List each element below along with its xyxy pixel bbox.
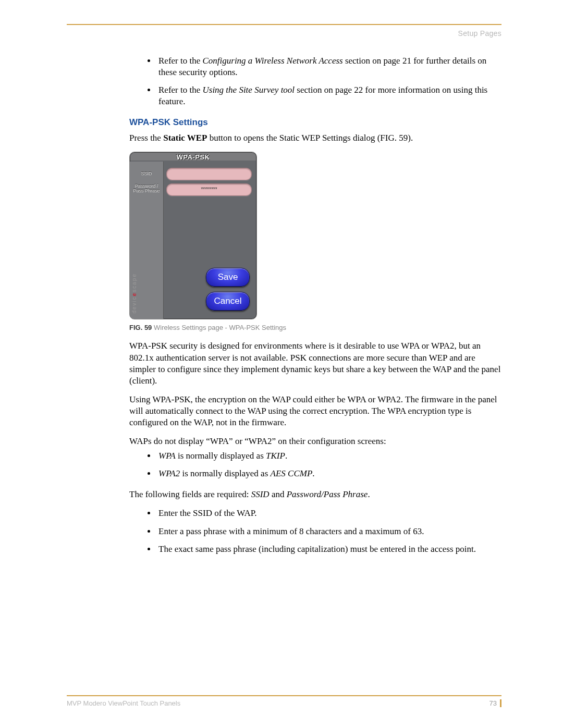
dialog-sidebar: SSID Password / Pass Phrase devicescape (130, 162, 164, 319)
figure-caption: FIG. 59 Wireless Settings page - WPA-PSK… (129, 324, 501, 332)
bold-text: Static WEP (163, 133, 207, 143)
list-item: WPA2 is normally displayed as AES CCMP. (156, 468, 501, 479)
text: . (285, 451, 287, 461)
em: WPA2 (158, 468, 180, 478)
em: AES CCMP (271, 468, 313, 478)
text: is normally displayed as (180, 468, 270, 478)
text: The following fields are required: (129, 489, 251, 499)
password-label: Password / Pass Phrase (130, 184, 163, 193)
reference-title: Configuring a Wireless Network Access (203, 56, 343, 66)
devicescape-brand: devicescape (131, 273, 138, 314)
text: . (368, 489, 370, 499)
cancel-button[interactable]: Cancel (206, 292, 250, 311)
text: Refer to the (158, 56, 203, 66)
brand-part: scap (131, 277, 137, 292)
footer-title: MVP Modero ViewPoint Touch Panels (67, 699, 180, 707)
page-number: 73 (489, 699, 501, 707)
ssid-label: SSID (130, 171, 163, 177)
page-footer: MVP Modero ViewPoint Touch Panels 73 (67, 695, 501, 707)
dialog-title: WPA-PSK (130, 152, 256, 162)
section-opener: Press the Static WEP button to opens the… (129, 132, 501, 144)
brand-part: devic (131, 296, 137, 313)
intro-bullet: Refer to the Configuring a Wireless Netw… (156, 55, 501, 78)
body-paragraph: Using WPA-PSK, the encryption on the WAP… (129, 394, 501, 428)
save-button[interactable]: Save (206, 268, 250, 287)
list-item: The exact same pass phrase (including ca… (156, 544, 501, 555)
em: SSID (251, 489, 270, 499)
text: . (312, 468, 314, 478)
list-item: Enter the SSID of the WAP. (156, 508, 501, 519)
text: is normally displayed as (176, 451, 266, 461)
list-item: Enter a pass phrase with a minimum of 8 … (156, 526, 501, 537)
reference-title: Using the Site Survey tool (203, 85, 295, 95)
em: WPA (158, 451, 176, 461)
text: Refer to the (158, 85, 203, 95)
wpa-psk-dialog-figure: WPA-PSK SSID Password / Pass Phrase devi… (129, 152, 257, 319)
list-item: WPA is normally displayed as TKIP. (156, 450, 501, 462)
header-section-label: Setup Pages (67, 29, 501, 38)
brand-part: e (131, 273, 137, 277)
required-steps-list: Enter the SSID of the WAP. Enter a pass … (129, 508, 501, 554)
text: and (270, 489, 287, 499)
intro-bullet: Refer to the Using the Site Survey tool … (156, 84, 501, 107)
body-paragraph: WPA-PSK security is designed for environ… (129, 340, 501, 386)
required-fields-paragraph: The following fields are required: SSID … (129, 489, 501, 500)
section-heading-wpa-psk: WPA-PSK Settings (129, 117, 501, 128)
text: Pass Phrase (133, 188, 160, 193)
intro-bullet-list: Refer to the Configuring a Wireless Netw… (129, 55, 501, 107)
password-field[interactable]: ******** (166, 183, 252, 196)
top-rule (67, 24, 501, 25)
body-paragraph: WAPs do not display “WPA” or “WPA2” on t… (129, 436, 501, 447)
ssid-field[interactable] (166, 168, 252, 180)
figure-number: FIG. 59 (129, 324, 152, 331)
em: TKIP (266, 451, 285, 461)
figure-caption-text: Wireless Settings page - WPA-PSK Setting… (152, 324, 286, 331)
text: Press the (129, 133, 163, 143)
brand-e-icon: e (131, 292, 137, 297)
text: button to opens the Static WEP Settings … (207, 133, 413, 143)
wpa-display-list: WPA is normally displayed as TKIP. WPA2 … (129, 450, 501, 479)
em: Password/Pass Phrase (287, 489, 368, 499)
